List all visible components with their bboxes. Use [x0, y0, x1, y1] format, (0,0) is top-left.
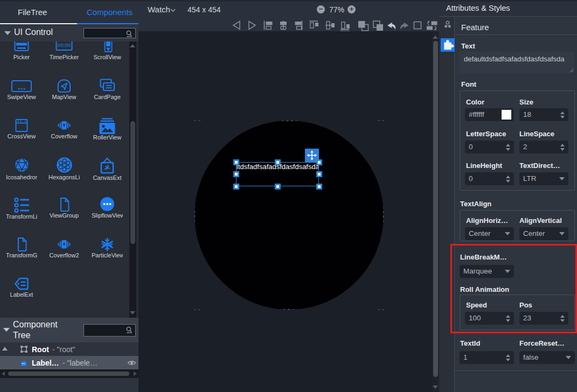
svg-text:00:00: 00:00 [58, 42, 71, 48]
